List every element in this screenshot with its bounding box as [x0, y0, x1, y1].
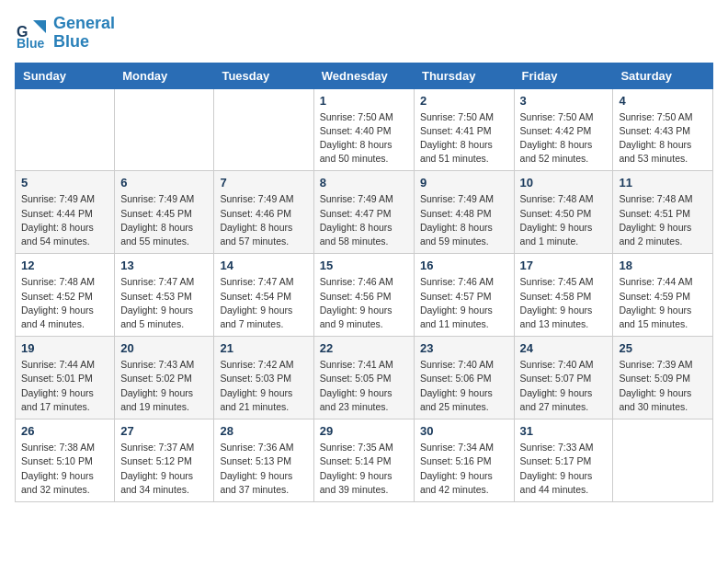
weekday-header-friday: Friday	[514, 63, 613, 88]
day-info: Sunrise: 7:49 AM Sunset: 4:44 PM Dayligh…	[21, 192, 108, 248]
day-info: Sunrise: 7:48 AM Sunset: 4:52 PM Dayligh…	[21, 275, 108, 331]
calendar-week-row: 26Sunrise: 7:38 AM Sunset: 5:10 PM Dayli…	[16, 419, 713, 502]
calendar-cell: 29Sunrise: 7:35 AM Sunset: 5:14 PM Dayli…	[313, 419, 414, 502]
calendar-cell: 16Sunrise: 7:46 AM Sunset: 4:57 PM Dayli…	[414, 254, 514, 337]
day-number: 1	[320, 94, 408, 108]
day-number: 4	[619, 94, 707, 108]
weekday-header-monday: Monday	[115, 63, 214, 88]
day-info: Sunrise: 7:46 AM Sunset: 4:57 PM Dayligh…	[420, 275, 508, 331]
day-info: Sunrise: 7:42 AM Sunset: 5:03 PM Dayligh…	[220, 358, 307, 414]
logo-icon: G Blue	[15, 17, 48, 50]
day-number: 8	[320, 176, 408, 190]
day-number: 23	[420, 341, 508, 355]
day-info: Sunrise: 7:50 AM Sunset: 4:41 PM Dayligh…	[420, 110, 508, 167]
calendar-cell: 1Sunrise: 7:50 AM Sunset: 4:40 PM Daylig…	[313, 88, 414, 171]
calendar-cell: 31Sunrise: 7:33 AM Sunset: 5:17 PM Dayli…	[514, 419, 613, 502]
calendar-cell: 14Sunrise: 7:47 AM Sunset: 4:54 PM Dayli…	[214, 254, 313, 337]
day-number: 17	[520, 259, 608, 272]
calendar-cell: 15Sunrise: 7:46 AM Sunset: 4:56 PM Dayli…	[313, 254, 414, 337]
day-info: Sunrise: 7:44 AM Sunset: 4:59 PM Dayligh…	[619, 275, 707, 331]
calendar-cell: 2Sunrise: 7:50 AM Sunset: 4:41 PM Daylig…	[414, 88, 514, 171]
weekday-header-thursday: Thursday	[414, 63, 514, 88]
calendar-cell: 3Sunrise: 7:50 AM Sunset: 4:42 PM Daylig…	[514, 88, 613, 171]
day-info: Sunrise: 7:49 AM Sunset: 4:48 PM Dayligh…	[420, 192, 508, 248]
day-info: Sunrise: 7:43 AM Sunset: 5:02 PM Dayligh…	[120, 358, 208, 414]
day-number: 14	[220, 259, 307, 272]
calendar-cell: 24Sunrise: 7:40 AM Sunset: 5:07 PM Dayli…	[514, 337, 613, 419]
day-number: 29	[320, 424, 408, 438]
calendar-cell: 5Sunrise: 7:49 AM Sunset: 4:44 PM Daylig…	[16, 171, 115, 254]
day-info: Sunrise: 7:36 AM Sunset: 5:13 PM Dayligh…	[220, 441, 307, 497]
weekday-header-saturday: Saturday	[613, 63, 713, 88]
day-number: 15	[320, 259, 408, 272]
calendar-cell: 18Sunrise: 7:44 AM Sunset: 4:59 PM Dayli…	[613, 254, 713, 337]
day-number: 10	[520, 176, 608, 190]
calendar-week-row: 1Sunrise: 7:50 AM Sunset: 4:40 PM Daylig…	[16, 88, 713, 171]
day-number: 2	[420, 94, 508, 108]
day-number: 28	[220, 424, 307, 438]
day-info: Sunrise: 7:50 AM Sunset: 4:43 PM Dayligh…	[619, 110, 707, 167]
day-number: 9	[420, 176, 508, 190]
calendar-cell: 26Sunrise: 7:38 AM Sunset: 5:10 PM Dayli…	[16, 419, 115, 502]
day-number: 31	[520, 424, 608, 438]
day-info: Sunrise: 7:35 AM Sunset: 5:14 PM Dayligh…	[320, 441, 408, 497]
day-number: 27	[120, 424, 208, 438]
calendar-table: SundayMondayTuesdayWednesdayThursdayFrid…	[15, 63, 713, 502]
calendar-week-row: 12Sunrise: 7:48 AM Sunset: 4:52 PM Dayli…	[16, 254, 713, 337]
day-number: 11	[619, 176, 707, 190]
calendar-header-row: SundayMondayTuesdayWednesdayThursdayFrid…	[16, 63, 713, 88]
day-number: 21	[220, 341, 307, 355]
day-info: Sunrise: 7:50 AM Sunset: 4:40 PM Dayligh…	[320, 110, 408, 167]
day-number: 12	[21, 259, 108, 272]
svg-text:Blue: Blue	[17, 36, 45, 50]
day-info: Sunrise: 7:46 AM Sunset: 4:56 PM Dayligh…	[320, 275, 408, 331]
calendar-week-row: 5Sunrise: 7:49 AM Sunset: 4:44 PM Daylig…	[16, 171, 713, 254]
day-info: Sunrise: 7:49 AM Sunset: 4:45 PM Dayligh…	[120, 192, 208, 248]
day-info: Sunrise: 7:49 AM Sunset: 4:47 PM Dayligh…	[320, 192, 408, 248]
day-number: 24	[520, 341, 608, 355]
day-number: 20	[120, 341, 208, 355]
calendar-cell: 12Sunrise: 7:48 AM Sunset: 4:52 PM Dayli…	[16, 254, 115, 337]
day-number: 25	[619, 341, 707, 355]
calendar-cell	[16, 88, 115, 171]
calendar-week-row: 19Sunrise: 7:44 AM Sunset: 5:01 PM Dayli…	[16, 337, 713, 419]
calendar-cell: 6Sunrise: 7:49 AM Sunset: 4:45 PM Daylig…	[115, 171, 214, 254]
calendar-cell: 10Sunrise: 7:48 AM Sunset: 4:50 PM Dayli…	[514, 171, 613, 254]
calendar-cell: 22Sunrise: 7:41 AM Sunset: 5:05 PM Dayli…	[313, 337, 414, 419]
calendar-cell: 28Sunrise: 7:36 AM Sunset: 5:13 PM Dayli…	[214, 419, 313, 502]
calendar-cell: 19Sunrise: 7:44 AM Sunset: 5:01 PM Dayli…	[16, 337, 115, 419]
day-number: 26	[21, 424, 108, 438]
calendar-cell: 7Sunrise: 7:49 AM Sunset: 4:46 PM Daylig…	[214, 171, 313, 254]
weekday-header-wednesday: Wednesday	[313, 63, 414, 88]
day-number: 30	[420, 424, 508, 438]
calendar-cell: 27Sunrise: 7:37 AM Sunset: 5:12 PM Dayli…	[115, 419, 214, 502]
calendar-cell: 4Sunrise: 7:50 AM Sunset: 4:43 PM Daylig…	[613, 88, 713, 171]
calendar-cell: 11Sunrise: 7:48 AM Sunset: 4:51 PM Dayli…	[613, 171, 713, 254]
logo: G Blue General Blue	[15, 15, 115, 52]
day-info: Sunrise: 7:45 AM Sunset: 4:58 PM Dayligh…	[520, 275, 608, 331]
day-info: Sunrise: 7:47 AM Sunset: 4:54 PM Dayligh…	[220, 275, 307, 331]
day-number: 6	[120, 176, 208, 190]
day-info: Sunrise: 7:41 AM Sunset: 5:05 PM Dayligh…	[320, 358, 408, 414]
weekday-header-sunday: Sunday	[16, 63, 115, 88]
day-info: Sunrise: 7:39 AM Sunset: 5:09 PM Dayligh…	[619, 358, 707, 414]
calendar-cell	[214, 88, 313, 171]
day-number: 3	[520, 94, 608, 108]
calendar-cell: 25Sunrise: 7:39 AM Sunset: 5:09 PM Dayli…	[613, 337, 713, 419]
day-info: Sunrise: 7:49 AM Sunset: 4:46 PM Dayligh…	[220, 192, 307, 248]
calendar-cell: 17Sunrise: 7:45 AM Sunset: 4:58 PM Dayli…	[514, 254, 613, 337]
logo-text-blue: Blue	[53, 33, 115, 52]
calendar-cell: 9Sunrise: 7:49 AM Sunset: 4:48 PM Daylig…	[414, 171, 514, 254]
day-info: Sunrise: 7:48 AM Sunset: 4:51 PM Dayligh…	[619, 192, 707, 248]
day-info: Sunrise: 7:48 AM Sunset: 4:50 PM Dayligh…	[520, 192, 608, 248]
calendar-cell: 30Sunrise: 7:34 AM Sunset: 5:16 PM Dayli…	[414, 419, 514, 502]
day-number: 7	[220, 176, 307, 190]
day-info: Sunrise: 7:50 AM Sunset: 4:42 PM Dayligh…	[520, 110, 608, 167]
calendar-cell: 8Sunrise: 7:49 AM Sunset: 4:47 PM Daylig…	[313, 171, 414, 254]
day-number: 5	[21, 176, 108, 190]
day-info: Sunrise: 7:33 AM Sunset: 5:17 PM Dayligh…	[520, 441, 608, 497]
day-number: 16	[420, 259, 508, 272]
calendar-cell	[613, 419, 713, 502]
logo-text: General	[53, 15, 115, 33]
day-number: 19	[21, 341, 108, 355]
